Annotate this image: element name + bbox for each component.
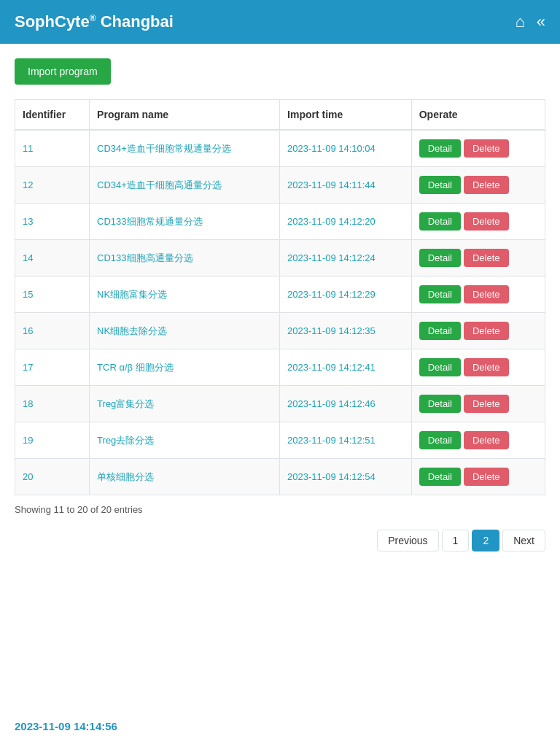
- col-operate: Operate: [411, 100, 545, 131]
- row-program-name: CD34+造血干细胞常规通量分选: [90, 130, 280, 167]
- showing-entries: Showing 11 to 20 of 20 entries: [15, 504, 545, 515]
- row-program-name: Treg富集分选: [90, 386, 280, 422]
- row-program-name: CD133细胞高通量分选: [90, 240, 280, 276]
- table-row: 20单核细胞分选2023-11-09 14:12:54DetailDelete: [15, 459, 545, 495]
- row-id: 16: [15, 313, 90, 349]
- row-program-name: NK细胞去除分选: [90, 313, 280, 349]
- home-icon[interactable]: ⌂: [515, 12, 524, 31]
- row-operate: DetailDelete: [411, 422, 545, 459]
- row-import-time: 2023-11-09 14:12:41: [280, 349, 412, 386]
- detail-button[interactable]: Detail: [419, 212, 461, 231]
- delete-button[interactable]: Delete: [464, 322, 509, 340]
- row-operate: DetailDelete: [411, 313, 545, 349]
- row-import-time: 2023-11-09 14:10:04: [280, 130, 412, 167]
- table-row: 18Treg富集分选2023-11-09 14:12:46DetailDelet…: [15, 386, 545, 422]
- row-program-name: TCR α/β 细胞分选: [90, 349, 280, 386]
- table-row: 19Treg去除分选2023-11-09 14:12:51DetailDelet…: [15, 422, 545, 459]
- detail-button[interactable]: Detail: [419, 176, 461, 194]
- row-operate: DetailDelete: [411, 240, 545, 276]
- delete-button[interactable]: Delete: [464, 139, 509, 158]
- row-id: 14: [15, 240, 90, 276]
- detail-button[interactable]: Detail: [419, 358, 461, 376]
- row-id: 13: [15, 204, 90, 240]
- row-import-time: 2023-11-09 14:12:35: [280, 313, 412, 349]
- row-id: 17: [15, 349, 90, 386]
- import-program-button[interactable]: Import program: [15, 58, 111, 85]
- delete-button[interactable]: Delete: [464, 249, 509, 267]
- previous-button[interactable]: Previous: [377, 530, 438, 551]
- row-import-time: 2023-11-09 14:12:20: [280, 204, 412, 240]
- header-actions: ⌂ «: [515, 12, 545, 31]
- table-row: 11CD34+造血干细胞常规通量分选2023-11-09 14:10:04Det…: [15, 130, 545, 167]
- delete-button[interactable]: Delete: [464, 431, 509, 449]
- table-row: 14CD133细胞高通量分选2023-11-09 14:12:24DetailD…: [15, 240, 545, 276]
- row-program-name: 单核细胞分选: [90, 459, 280, 495]
- table-row: 16NK细胞去除分选2023-11-09 14:12:35DetailDelet…: [15, 313, 545, 349]
- col-import-time: Import time: [280, 100, 412, 131]
- row-id: 18: [15, 386, 90, 422]
- delete-button[interactable]: Delete: [464, 285, 509, 303]
- row-id: 11: [15, 130, 90, 167]
- detail-button[interactable]: Detail: [419, 139, 461, 158]
- detail-button[interactable]: Detail: [419, 249, 461, 267]
- delete-button[interactable]: Delete: [464, 358, 509, 376]
- row-operate: DetailDelete: [411, 167, 545, 204]
- next-button[interactable]: Next: [502, 530, 545, 551]
- row-operate: DetailDelete: [411, 204, 545, 240]
- detail-button[interactable]: Detail: [419, 431, 461, 449]
- delete-button[interactable]: Delete: [464, 176, 509, 194]
- row-id: 20: [15, 459, 90, 495]
- row-import-time: 2023-11-09 14:12:51: [280, 422, 412, 459]
- table-header-row: Identifier Program name Import time Oper…: [15, 100, 545, 131]
- table-row: 15NK细胞富集分选2023-11-09 14:12:29DetailDelet…: [15, 276, 545, 313]
- col-identifier: Identifier: [15, 100, 90, 131]
- pagination: Previous 1 2 Next: [15, 530, 545, 551]
- table-row: 12CD34+造血干细胞高通量分选2023-11-09 14:11:44Deta…: [15, 167, 545, 204]
- table-row: 13CD133细胞常规通量分选2023-11-09 14:12:20Detail…: [15, 204, 545, 240]
- footer-timestamp: 2023-11-09 14:14:56: [15, 720, 117, 732]
- detail-button[interactable]: Detail: [419, 285, 461, 303]
- app-title: SophCyte® Changbai: [15, 12, 174, 31]
- row-program-name: Treg去除分选: [90, 422, 280, 459]
- row-import-time: 2023-11-09 14:12:29: [280, 276, 412, 313]
- row-import-time: 2023-11-09 14:12:24: [280, 240, 412, 276]
- row-id: 19: [15, 422, 90, 459]
- row-program-name: CD133细胞常规通量分选: [90, 204, 280, 240]
- detail-button[interactable]: Detail: [419, 468, 461, 486]
- row-operate: DetailDelete: [411, 386, 545, 422]
- page-1-button[interactable]: 1: [442, 530, 470, 551]
- row-operate: DetailDelete: [411, 459, 545, 495]
- row-import-time: 2023-11-09 14:12:46: [280, 386, 412, 422]
- row-program-name: NK细胞富集分选: [90, 276, 280, 313]
- programs-table: Identifier Program name Import time Oper…: [15, 99, 545, 495]
- back-icon[interactable]: «: [537, 12, 545, 31]
- row-id: 12: [15, 167, 90, 204]
- app-header: SophCyte® Changbai ⌂ «: [0, 0, 560, 44]
- row-program-name: CD34+造血干细胞高通量分选: [90, 167, 280, 204]
- row-operate: DetailDelete: [411, 130, 545, 167]
- table-row: 17TCR α/β 细胞分选2023-11-09 14:12:41DetailD…: [15, 349, 545, 386]
- row-operate: DetailDelete: [411, 276, 545, 313]
- delete-button[interactable]: Delete: [464, 468, 509, 486]
- row-operate: DetailDelete: [411, 349, 545, 386]
- row-import-time: 2023-11-09 14:12:54: [280, 459, 412, 495]
- delete-button[interactable]: Delete: [464, 212, 509, 231]
- col-program-name: Program name: [90, 100, 280, 131]
- row-import-time: 2023-11-09 14:11:44: [280, 167, 412, 204]
- main-content: Import program Identifier Program name I…: [0, 44, 560, 610]
- detail-button[interactable]: Detail: [419, 395, 461, 413]
- row-id: 15: [15, 276, 90, 313]
- detail-button[interactable]: Detail: [419, 322, 461, 340]
- page-2-button[interactable]: 2: [472, 530, 499, 551]
- delete-button[interactable]: Delete: [464, 395, 509, 413]
